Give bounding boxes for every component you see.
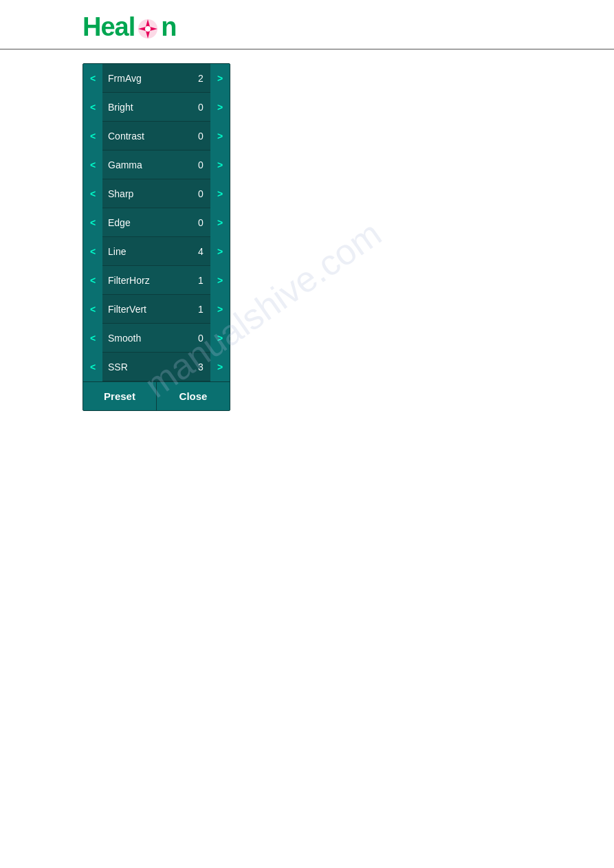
label-bright: Bright (102, 102, 191, 113)
close-button[interactable]: Close (157, 382, 230, 410)
logo-icon (136, 17, 160, 41)
btn-right-contrast[interactable]: > (210, 122, 230, 151)
btn-left-ssr[interactable]: < (83, 353, 102, 381)
label-line: Line (102, 246, 191, 257)
value-gamma: 0 (191, 159, 210, 170)
label-filterhorz: FilterHorz (102, 275, 191, 286)
btn-right-ssr[interactable]: > (210, 353, 230, 381)
value-filterhorz: 1 (191, 275, 210, 286)
value-ssr: 3 (191, 361, 210, 372)
footer-row: PresetClose (83, 381, 230, 410)
value-filtervert: 1 (191, 304, 210, 315)
control-row: <Sharp0> (83, 179, 230, 208)
btn-left-frmavg[interactable]: < (83, 64, 102, 93)
control-row: <Line4> (83, 237, 230, 266)
value-line: 4 (191, 246, 210, 257)
control-row: <FrmAvg2> (83, 64, 230, 93)
btn-left-line[interactable]: < (83, 237, 102, 266)
logo-text: Heal (83, 12, 135, 42)
label-edge: Edge (102, 217, 191, 228)
label-gamma: Gamma (102, 159, 191, 170)
btn-left-filtervert[interactable]: < (83, 295, 102, 324)
btn-left-bright[interactable]: < (83, 93, 102, 122)
panel-container: <FrmAvg2><Bright0><Contrast0><Gamma0><Sh… (0, 63, 614, 411)
btn-left-sharp[interactable]: < (83, 179, 102, 208)
svg-point-2 (145, 26, 151, 32)
value-edge: 0 (191, 217, 210, 228)
logo-text-after: n (161, 12, 176, 42)
label-sharp: Sharp (102, 188, 191, 199)
btn-left-contrast[interactable]: < (83, 122, 102, 151)
btn-right-filterhorz[interactable]: > (210, 266, 230, 295)
label-frmavg: FrmAvg (102, 73, 191, 84)
btn-right-line[interactable]: > (210, 237, 230, 266)
label-ssr: SSR (102, 361, 191, 372)
btn-right-bright[interactable]: > (210, 93, 230, 122)
btn-right-sharp[interactable]: > (210, 179, 230, 208)
btn-left-edge[interactable]: < (83, 208, 102, 237)
btn-left-gamma[interactable]: < (83, 151, 102, 179)
value-bright: 0 (191, 102, 210, 113)
value-smooth: 0 (191, 333, 210, 344)
control-panel: <FrmAvg2><Bright0><Contrast0><Gamma0><Sh… (83, 63, 230, 411)
label-smooth: Smooth (102, 333, 191, 344)
btn-right-frmavg[interactable]: > (210, 64, 230, 93)
control-row: <FilterVert1> (83, 295, 230, 324)
control-row: <Gamma0> (83, 151, 230, 179)
btn-right-edge[interactable]: > (210, 208, 230, 237)
header: Heal n (0, 0, 614, 49)
control-row: <SSR3> (83, 353, 230, 381)
preset-button[interactable]: Preset (83, 382, 157, 410)
label-filtervert: FilterVert (102, 304, 191, 315)
control-row: <FilterHorz1> (83, 266, 230, 295)
btn-right-gamma[interactable]: > (210, 151, 230, 179)
control-row: <Contrast0> (83, 122, 230, 151)
value-frmavg: 2 (191, 73, 210, 84)
btn-right-filtervert[interactable]: > (210, 295, 230, 324)
control-row: <Bright0> (83, 93, 230, 122)
logo: Heal n (83, 12, 614, 42)
btn-right-smooth[interactable]: > (210, 324, 230, 353)
label-contrast: Contrast (102, 131, 191, 142)
value-contrast: 0 (191, 131, 210, 142)
control-row: <Edge0> (83, 208, 230, 237)
value-sharp: 0 (191, 188, 210, 199)
control-row: <Smooth0> (83, 324, 230, 353)
btn-left-filterhorz[interactable]: < (83, 266, 102, 295)
btn-left-smooth[interactable]: < (83, 324, 102, 353)
